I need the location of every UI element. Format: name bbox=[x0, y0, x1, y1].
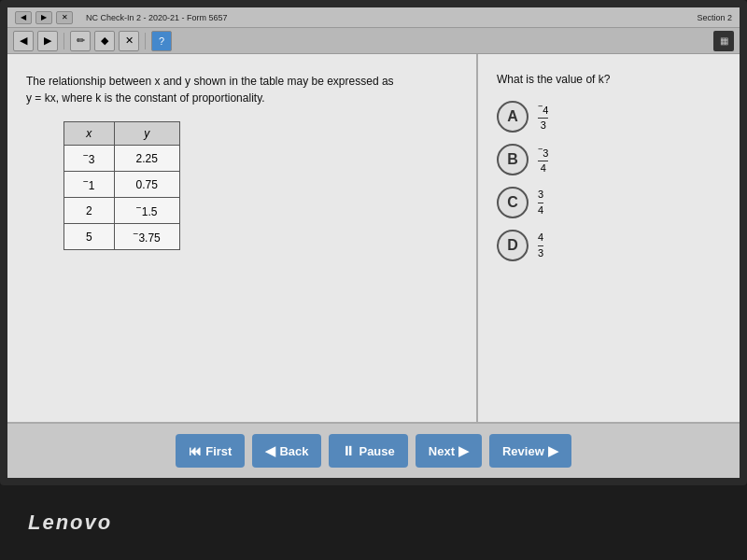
close-btn[interactable]: ✕ bbox=[56, 11, 73, 24]
data-table: x y −3 2.25 −1 0.75 2 −1.5 bbox=[63, 121, 180, 250]
first-button[interactable]: ⏮ First bbox=[176, 434, 245, 468]
choice-b-value: −3 4 bbox=[538, 145, 548, 175]
right-question-text: What is the value of k? bbox=[497, 73, 721, 86]
toolbar-forward-btn[interactable]: ▶ bbox=[37, 31, 58, 51]
section-label: Section 2 bbox=[697, 13, 732, 22]
cell-x4: 5 bbox=[64, 224, 115, 250]
next-icon: ▶ bbox=[458, 443, 469, 458]
main-content: The relationship between x and y shown i… bbox=[7, 54, 740, 422]
toolbar-back-btn[interactable]: ◀ bbox=[13, 31, 34, 51]
cell-y1: 2.25 bbox=[114, 146, 179, 172]
back-button[interactable]: ◀ Back bbox=[252, 434, 321, 468]
calculator-icon[interactable]: ▦ bbox=[713, 31, 734, 51]
left-panel: The relationship between x and y shown i… bbox=[7, 54, 478, 422]
choice-b-circle[interactable]: B bbox=[497, 144, 529, 175]
marker-tool-btn[interactable]: ◆ bbox=[94, 31, 115, 51]
cell-x3: 2 bbox=[64, 198, 115, 224]
cell-y4: −3.75 bbox=[114, 224, 179, 250]
choice-c-circle[interactable]: C bbox=[497, 187, 529, 218]
col-header-y: y bbox=[114, 122, 179, 146]
pause-icon: ⏸ bbox=[342, 443, 355, 458]
choice-d-value: 4 3 bbox=[538, 231, 543, 259]
choice-b[interactable]: B −3 4 bbox=[497, 144, 721, 175]
choice-c-value: 3 4 bbox=[538, 189, 543, 216]
page-title: NC Check-In 2 - 2020-21 - Form 5657 bbox=[86, 13, 228, 22]
pause-button[interactable]: ⏸ Pause bbox=[329, 434, 407, 468]
choice-a-value: −4 3 bbox=[538, 102, 548, 132]
cell-y2: 0.75 bbox=[114, 172, 179, 198]
choice-a[interactable]: A −4 3 bbox=[497, 101, 721, 133]
cell-y3: −1.5 bbox=[114, 198, 179, 224]
toolbar-separator-1 bbox=[63, 33, 64, 49]
choice-a-circle[interactable]: A bbox=[497, 101, 529, 133]
pencil-tool-btn[interactable]: ✏ bbox=[70, 31, 91, 51]
right-panel: What is the value of k? A −4 3 B −3 4 C bbox=[478, 54, 740, 422]
cell-x1: −3 bbox=[64, 146, 115, 172]
toolbar: ◀ ▶ ✏ ◆ ✕ ? ▦ bbox=[7, 28, 740, 54]
first-icon: ⏮ bbox=[189, 443, 202, 458]
review-button[interactable]: Review ▶ bbox=[489, 434, 571, 468]
back-icon: ◀ bbox=[265, 443, 275, 458]
choice-d[interactable]: D 4 3 bbox=[497, 230, 721, 261]
back-nav-btn[interactable]: ◀ bbox=[15, 11, 32, 24]
bottom-nav: ⏮ First ◀ Back ⏸ Pause Next ▶ Review ▶ bbox=[7, 422, 740, 478]
forward-nav-btn[interactable]: ▶ bbox=[35, 11, 52, 24]
review-icon: ▶ bbox=[548, 443, 558, 458]
lenovo-brand: Lenovo bbox=[28, 511, 112, 535]
cell-x2: −1 bbox=[64, 172, 115, 198]
table-row: 5 −3.75 bbox=[64, 224, 180, 250]
laptop-bottom: Lenovo bbox=[0, 485, 747, 560]
table-row: −1 0.75 bbox=[64, 172, 180, 198]
col-header-x: x bbox=[64, 122, 115, 146]
x-tool-btn[interactable]: ✕ bbox=[119, 31, 139, 51]
help-btn[interactable]: ? bbox=[151, 31, 172, 51]
question-text: The relationship between x and y shown i… bbox=[26, 73, 458, 106]
toolbar-separator-2 bbox=[145, 33, 146, 49]
top-bar: ◀ ▶ ✕ NC Check-In 2 - 2020-21 - Form 565… bbox=[7, 7, 740, 28]
choice-c[interactable]: C 3 4 bbox=[497, 187, 721, 218]
table-row: 2 −1.5 bbox=[64, 198, 180, 224]
table-row: −3 2.25 bbox=[64, 146, 180, 172]
next-button[interactable]: Next ▶ bbox=[416, 434, 482, 468]
top-bar-left: ◀ ▶ ✕ NC Check-In 2 - 2020-21 - Form 565… bbox=[15, 11, 228, 24]
choice-d-circle[interactable]: D bbox=[497, 230, 529, 261]
